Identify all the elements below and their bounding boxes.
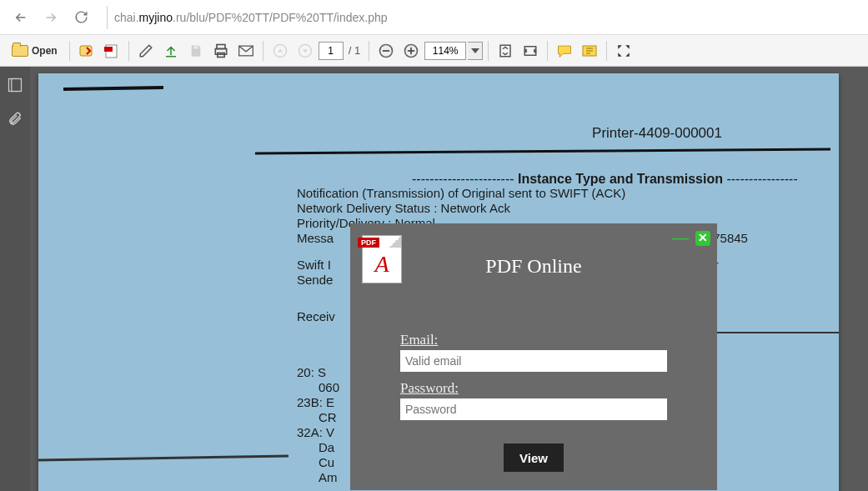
doc-codes: 20: S 060 23B: E CR 32A: V Da Cu Am: [297, 365, 339, 485]
attachments-icon[interactable]: [8, 111, 23, 130]
url-bar[interactable]: chai.myjino.ru/blu/PDF%20TT/PDF%20TT/ind…: [107, 6, 860, 29]
forward-button[interactable]: [38, 5, 63, 30]
instance-heading: ----------------------- Instance Type an…: [412, 172, 798, 187]
zoom-out-icon[interactable]: [374, 39, 398, 63]
convert-pdf-icon[interactable]: [100, 39, 123, 63]
edit-icon[interactable]: [134, 39, 158, 63]
svg-rect-3: [193, 45, 198, 49]
svg-rect-19: [12, 79, 22, 92]
convert-icon[interactable]: [75, 39, 98, 63]
page-number-input[interactable]: [319, 42, 344, 60]
login-form: Email: Password: View: [400, 332, 667, 472]
url-prefix: chai.: [114, 11, 139, 24]
url-rest: .ru/blu/PDF%20TT/PDF%20TT/index.php: [173, 11, 388, 24]
password-label: Password:: [400, 380, 667, 397]
url-host: myjino: [139, 11, 173, 24]
mail-icon[interactable]: [234, 39, 258, 63]
pdf-toolbar: Open / 1: [0, 35, 868, 67]
page-total: / 1: [349, 44, 360, 57]
comment-icon[interactable]: [553, 39, 576, 63]
modal-close-button[interactable]: ✕: [695, 231, 710, 246]
email-label: Email:: [400, 332, 667, 348]
open-label: Open: [32, 45, 58, 57]
save-icon: [184, 39, 208, 63]
modal-minimize-button[interactable]: —: [672, 228, 689, 248]
upload-icon[interactable]: [159, 39, 183, 63]
page-up-icon: [268, 39, 292, 63]
annotate-icon[interactable]: [578, 39, 601, 63]
email-field[interactable]: [400, 350, 667, 372]
zoom-input[interactable]: [424, 42, 466, 60]
login-modal: — ✕ PDFA PDF Online Email: Password: Vie…: [350, 223, 717, 490]
fit-width-icon[interactable]: [519, 39, 542, 63]
zoom-dropdown[interactable]: [468, 42, 483, 60]
print-icon[interactable]: [209, 39, 233, 63]
printer-id: Printer-4409-000001: [592, 125, 722, 142]
refresh-button[interactable]: [68, 5, 93, 30]
fit-page-icon[interactable]: [494, 39, 517, 63]
back-button[interactable]: [8, 5, 33, 30]
password-field[interactable]: [400, 398, 667, 420]
svg-rect-14: [410, 47, 412, 53]
page-down-icon: [294, 39, 317, 63]
side-panel: [0, 67, 30, 491]
svg-rect-2: [104, 47, 113, 52]
open-button[interactable]: Open: [5, 39, 64, 63]
fullscreen-icon[interactable]: [612, 39, 635, 63]
pdf-file-icon: PDFA: [362, 235, 402, 283]
view-button[interactable]: View: [504, 443, 564, 472]
thumbnails-icon[interactable]: [7, 77, 23, 96]
svg-rect-11: [383, 50, 389, 52]
modal-title: PDF Online: [350, 223, 717, 278]
browser-nav-bar: chai.myjino.ru/blu/PDF%20TT/PDF%20TT/ind…: [0, 0, 868, 35]
zoom-in-icon[interactable]: [399, 39, 423, 63]
folder-icon: [12, 45, 28, 57]
